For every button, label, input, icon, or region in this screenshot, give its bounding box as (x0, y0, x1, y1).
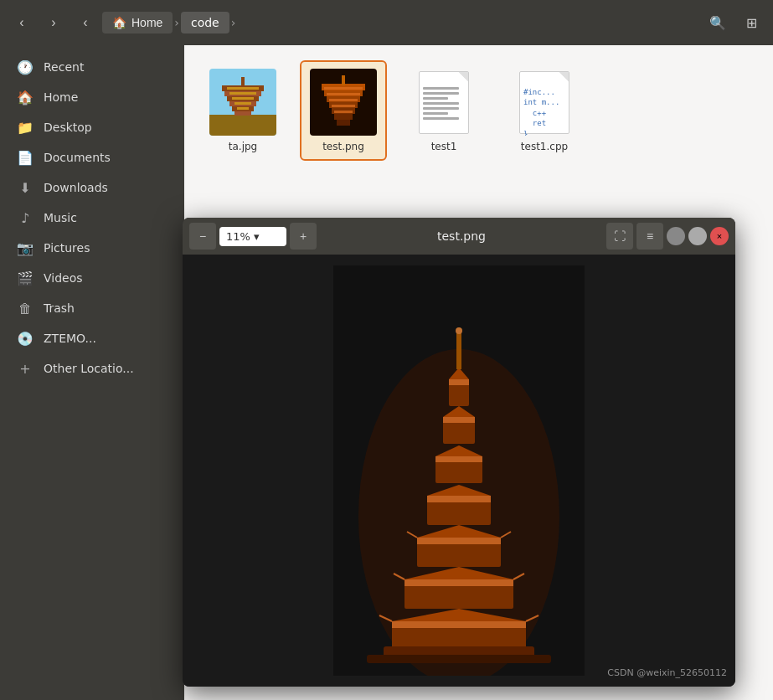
ztemo-icon: 💿 (17, 330, 33, 347)
svg-rect-46 (443, 417, 475, 423)
close-button[interactable]: × (710, 227, 729, 245)
minimize-button[interactable] (667, 227, 685, 245)
svg-rect-51 (456, 332, 461, 369)
svg-rect-40 (427, 496, 491, 502)
svg-rect-60 (367, 655, 551, 663)
sidebar-item-other[interactable]: + Other Locatio... (3, 353, 181, 383)
test-png-thumbnail (310, 69, 377, 136)
svg-rect-8 (237, 107, 249, 110)
zoom-in-button[interactable]: + (290, 223, 317, 250)
dropdown-arrow: ▾ (254, 230, 260, 243)
file-thumbnail-ta (209, 69, 276, 136)
svg-rect-16 (334, 113, 353, 120)
file-item-test1-cpp[interactable]: #inc... int m... c++ ret } test1.cpp (502, 62, 586, 159)
svg-rect-27 (342, 75, 345, 85)
forward-button[interactable]: › (39, 8, 69, 38)
file-label-test: test.png (322, 141, 364, 152)
svg-rect-11 (229, 92, 256, 95)
svg-rect-36 (417, 542, 501, 567)
file-item-test-png[interactable]: test.png (301, 62, 385, 159)
file-label-ta: ta.jpg (229, 141, 257, 152)
watermark: CSDN @weixin_52650112 (607, 667, 727, 678)
up-button[interactable]: ‹ (70, 8, 100, 38)
cpp-icon: #inc... int m... c++ ret } (519, 71, 569, 134)
viewer-title: test.png (320, 229, 603, 243)
file-item-ta-jpg[interactable]: ta.jpg (201, 62, 285, 159)
pagoda-image (183, 255, 735, 687)
svg-rect-12 (227, 87, 259, 90)
sidebar-item-ztemo[interactable]: 💿 ZTEMO... (3, 323, 181, 353)
pagoda-svg (333, 265, 585, 676)
svg-rect-42 (435, 460, 482, 483)
sidebar-item-trash[interactable]: 🗑 Trash (3, 293, 181, 323)
image-viewer-window: − 11% ▾ + test.png ⛶ ≡ × (183, 218, 735, 687)
svg-rect-25 (327, 93, 360, 95)
svg-point-52 (456, 327, 462, 334)
sidebar-item-home[interactable]: 🏠 Home (3, 82, 181, 112)
zoom-out-button[interactable]: − (189, 223, 216, 250)
sidebar-item-downloads[interactable]: ⬇ Downloads (3, 172, 181, 203)
svg-rect-26 (324, 87, 363, 90)
other-icon: + (17, 360, 33, 377)
svg-rect-15 (337, 119, 350, 126)
svg-rect-45 (443, 420, 475, 444)
zoom-value: 11% (226, 230, 250, 243)
view-toggle-button[interactable]: ⊞ (736, 8, 766, 38)
window-controls: × (667, 227, 729, 245)
svg-rect-10 (232, 97, 254, 100)
videos-icon: 🎬 (17, 270, 33, 286)
documents-icon: 📄 (17, 149, 33, 166)
svg-rect-34 (405, 579, 513, 586)
svg-rect-33 (405, 584, 513, 609)
recent-icon: 🕐 (17, 59, 33, 75)
home-icon: 🏠 (112, 16, 126, 29)
svg-rect-49 (449, 379, 469, 385)
svg-rect-24 (329, 99, 358, 101)
sidebar: 🕐 Recent 🏠 Home 📁 Desktop 📄 Documents ⬇ … (0, 45, 184, 700)
pictures-icon: 📷 (17, 239, 33, 256)
ta-jpg-thumbnail (209, 69, 276, 136)
svg-rect-9 (234, 102, 251, 105)
svg-rect-43 (435, 456, 482, 462)
file-thumbnail-test (310, 69, 377, 136)
menu-button[interactable]: ≡ (636, 223, 663, 250)
sidebar-item-documents[interactable]: 📄 Documents (3, 142, 181, 172)
viewer-content: CSDN @weixin_52650112 (183, 255, 735, 687)
search-button[interactable]: 🔍 (703, 8, 733, 38)
svg-rect-22 (334, 111, 353, 113)
sidebar-item-videos[interactable]: 🎬 Videos (3, 263, 181, 293)
breadcrumb-separator-2: › (231, 16, 236, 29)
svg-rect-13 (241, 77, 245, 87)
sidebar-item-pictures[interactable]: 📷 Pictures (3, 233, 181, 263)
zoom-display: 11% ▾ (219, 227, 286, 246)
maximize-button[interactable] (688, 227, 707, 245)
breadcrumb-separator: › (174, 16, 179, 29)
sidebar-item-desktop[interactable]: 📁 Desktop (3, 112, 181, 142)
file-item-test1[interactable]: test1 (402, 62, 486, 159)
svg-rect-31 (392, 621, 526, 628)
svg-rect-1 (209, 115, 276, 136)
sidebar-item-recent[interactable]: 🕐 Recent (3, 52, 181, 82)
file-thumbnail-cpp: #inc... int m... c++ ret } (511, 69, 578, 136)
downloads-icon: ⬇ (17, 179, 33, 196)
desktop-icon: 📁 (17, 119, 33, 136)
breadcrumb-home[interactable]: 🏠 Home (102, 12, 173, 33)
svg-rect-37 (417, 538, 501, 544)
home-sidebar-icon: 🏠 (17, 89, 33, 106)
trash-icon: 🗑 (17, 300, 33, 317)
back-button[interactable]: ‹ (7, 8, 37, 38)
viewer-titlebar: − 11% ▾ + test.png ⛶ ≡ × (183, 218, 735, 255)
svg-rect-23 (332, 105, 355, 107)
toolbar-right: 🔍 ⊞ (703, 8, 766, 38)
music-icon: ♪ (17, 209, 33, 226)
svg-rect-48 (449, 383, 469, 406)
file-label-cpp: test1.cpp (521, 141, 568, 152)
file-label-test1: test1 (431, 141, 457, 152)
svg-rect-39 (427, 500, 491, 525)
file-thumbnail-test1 (410, 69, 477, 136)
sidebar-item-music[interactable]: ♪ Music (3, 203, 181, 233)
breadcrumb-current: code (181, 12, 229, 33)
toolbar: ‹ › ‹ 🏠 Home › code › 🔍 ⊞ (0, 0, 773, 45)
breadcrumb: 🏠 Home › code › (102, 12, 701, 33)
expand-button[interactable]: ⛶ (606, 223, 633, 250)
